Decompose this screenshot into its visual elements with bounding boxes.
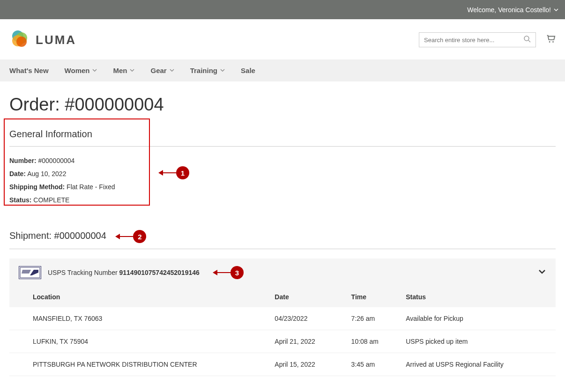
cell-status: USPS picked up item bbox=[392, 330, 556, 353]
nav-sale[interactable]: Sale bbox=[241, 67, 255, 74]
table-header-row: Location Date Time Status bbox=[9, 287, 556, 307]
main-nav: What's New Women Men Gear Training Sale bbox=[0, 59, 565, 81]
chevron-down-icon bbox=[92, 68, 97, 74]
tracking-header[interactable]: USPS Tracking Number 9114901075742452019… bbox=[9, 259, 556, 287]
welcome-text[interactable]: Welcome, Veronica Costello! bbox=[467, 6, 551, 14]
callout-badge: 3 bbox=[230, 266, 244, 279]
col-time: Time bbox=[337, 287, 392, 307]
svg-line-5 bbox=[528, 40, 530, 42]
nav-whats-new[interactable]: What's New bbox=[9, 67, 49, 74]
nav-label: Sale bbox=[241, 67, 255, 74]
tracking-label: USPS Tracking Number 9114901075742452019… bbox=[48, 269, 200, 276]
chevron-down-icon bbox=[170, 68, 174, 74]
search-box[interactable] bbox=[419, 32, 536, 47]
nav-label: Men bbox=[113, 67, 127, 74]
nav-label: Women bbox=[65, 67, 90, 74]
cell-date: April 21, 2022 bbox=[260, 330, 337, 353]
nav-women[interactable]: Women bbox=[65, 67, 97, 74]
table-row: MANSFIELD, TX 76063 04/23/2022 7:26 am A… bbox=[9, 307, 556, 330]
cell-location: MANSFIELD, TX 76063 bbox=[9, 307, 260, 330]
cart-icon[interactable] bbox=[545, 34, 556, 46]
chevron-down-icon[interactable] bbox=[538, 267, 546, 278]
chevron-down-icon bbox=[130, 68, 134, 74]
cell-date: 04/23/2022 bbox=[260, 307, 337, 330]
info-number: Number: #000000004 bbox=[9, 157, 556, 164]
shipment-heading-text: Shipment: #000000004 bbox=[9, 230, 106, 241]
chevron-down-icon bbox=[220, 68, 225, 74]
col-status: Status bbox=[392, 287, 556, 307]
tracking-panel: USPS Tracking Number 9114901075742452019… bbox=[9, 259, 556, 376]
table-row: PITTSBURGH PA NETWORK DISTRIBUTION CENTE… bbox=[9, 353, 556, 376]
search-icon[interactable] bbox=[523, 35, 531, 44]
nav-gear[interactable]: Gear bbox=[150, 67, 174, 74]
annotation-callout-2: 2 bbox=[115, 230, 146, 243]
page-title: Order: #000000004 bbox=[9, 95, 556, 115]
shipment-heading: Shipment: #000000004 2 bbox=[9, 230, 556, 249]
col-date: Date bbox=[260, 287, 337, 307]
info-shipping: Shipping Method: Flat Rate - Fixed bbox=[9, 183, 556, 191]
nav-label: Training bbox=[190, 67, 217, 74]
svg-point-3 bbox=[16, 37, 27, 47]
nav-label: What's New bbox=[9, 67, 49, 74]
annotation-callout-3: 3 bbox=[213, 266, 244, 279]
svg-point-7 bbox=[552, 41, 554, 43]
callout-badge: 2 bbox=[133, 230, 146, 243]
nav-label: Gear bbox=[150, 67, 166, 74]
logo[interactable]: LUMA bbox=[9, 29, 76, 51]
svg-point-6 bbox=[549, 41, 550, 43]
cell-date: April 15, 2022 bbox=[260, 353, 337, 376]
top-bar: Welcome, Veronica Costello! bbox=[0, 0, 565, 19]
col-location: Location bbox=[9, 287, 260, 307]
cell-status: Available for Pickup bbox=[392, 307, 556, 330]
info-date: Date: Aug 10, 2022 bbox=[9, 170, 556, 178]
cell-location: LUFKIN, TX 75904 bbox=[9, 330, 260, 353]
general-info-heading: General Information bbox=[9, 129, 556, 147]
cell-time: 10:08 am bbox=[337, 330, 392, 353]
cell-status: Arrived at USPS Regional Facility bbox=[392, 353, 556, 376]
search-input[interactable] bbox=[424, 37, 523, 44]
chevron-down-icon[interactable] bbox=[554, 6, 558, 14]
header: LUMA bbox=[0, 19, 565, 59]
info-status: Status: COMPLETE bbox=[9, 196, 556, 204]
svg-point-4 bbox=[524, 36, 529, 41]
callout-badge: 1 bbox=[176, 166, 189, 179]
cell-time: 3:45 am bbox=[337, 353, 392, 376]
nav-men[interactable]: Men bbox=[113, 67, 134, 74]
logo-icon bbox=[9, 29, 30, 51]
logo-text: LUMA bbox=[36, 33, 76, 47]
nav-training[interactable]: Training bbox=[190, 67, 225, 74]
tracking-table: Location Date Time Status MANSFIELD, TX … bbox=[9, 287, 556, 376]
cell-time: 7:26 am bbox=[337, 307, 392, 330]
annotation-callout-1: 1 bbox=[158, 166, 189, 179]
general-info-section: 1 General Information Number: #000000004… bbox=[9, 129, 556, 216]
usps-logo-icon bbox=[19, 266, 41, 279]
table-row: LUFKIN, TX 75904 April 21, 2022 10:08 am… bbox=[9, 330, 556, 353]
cell-location: PITTSBURGH PA NETWORK DISTRIBUTION CENTE… bbox=[9, 353, 260, 376]
